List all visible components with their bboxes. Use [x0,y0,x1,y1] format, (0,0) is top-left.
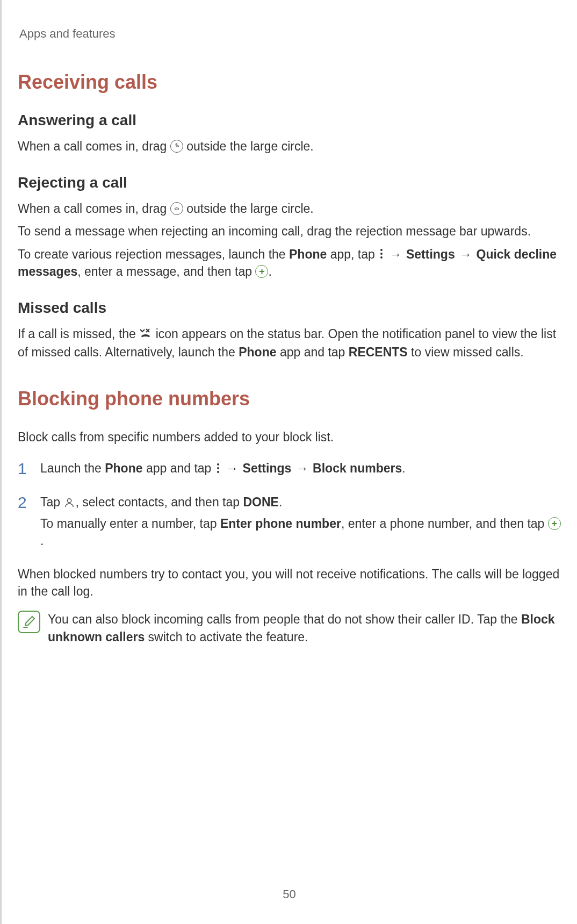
text: . [268,264,271,278]
blocking-after: When blocked numbers try to contact you,… [18,565,561,600]
note-icon [18,611,40,633]
subsection-rejecting: Rejecting a call [18,174,561,191]
more-options-icon [378,249,385,259]
block-numbers-label: Block numbers [313,461,402,475]
note-text: You can also block incoming calls from p… [48,611,561,645]
subsection-missed: Missed calls [18,299,561,317]
text: to view missed calls. [408,345,524,359]
step-2-p2: To manually enter a number, tap Enter ph… [40,515,561,549]
call-answer-icon [170,140,183,153]
phone-app-label: Phone [105,461,142,475]
settings-label: Settings [243,461,292,475]
text: Launch the [40,461,105,475]
step-2-p1: Tap , select contacts, and then tap DONE… [40,493,561,511]
contact-icon [63,496,75,507]
text: , enter a message, and then tap [77,264,255,278]
subsection-answering: Answering a call [18,112,561,129]
arrow-icon: → [295,461,309,475]
text: . [40,534,44,548]
text: , enter a phone number, and then tap [341,517,548,531]
enter-phone-number-label: Enter phone number [220,517,341,531]
section-blocking: Blocking phone numbers [18,388,561,410]
page-header: Apps and features [19,27,561,41]
missed-call-icon [139,325,152,342]
arrow-icon: → [388,247,403,261]
text: Tap [40,495,63,509]
phone-app-label: Phone [289,247,327,261]
recents-label: RECENTS [349,345,408,359]
settings-label: Settings [406,247,455,261]
text: To manually enter a number, tap [40,517,220,531]
missed-text: If a call is missed, the icon appears on… [18,325,561,361]
step-2: 2 Tap , select contacts, and then tap DO… [18,493,561,554]
text: You can also block incoming calls from p… [48,612,521,626]
svg-point-0 [68,499,71,503]
text: app, tap [327,247,378,261]
text: To create various rejection messages, la… [18,247,289,261]
text: outside the large circle. [183,139,314,153]
rejecting-p3: To create various rejection messages, la… [18,246,561,280]
text: app and tap [277,345,349,359]
text: If a call is missed, the [18,327,139,341]
step-1-text: Launch the Phone app and tap → Settings … [40,460,561,477]
text: outside the large circle. [183,202,314,216]
done-label: DONE [243,495,278,509]
rejecting-p2: To send a message when rejecting an inco… [18,223,561,240]
text: , select contacts, and then tap [75,495,243,509]
add-icon: + [548,517,561,530]
answering-text: When a call comes in, drag outside the l… [18,138,561,155]
phone-app-label: Phone [239,345,276,359]
text: . [402,461,405,475]
more-options-icon [215,463,221,473]
step-number: 2 [18,493,40,554]
rejecting-p1: When a call comes in, drag outside the l… [18,200,561,217]
step-number: 1 [18,460,40,481]
note-box: You can also block incoming calls from p… [18,611,561,645]
blocking-intro: Block calls from specific numbers added … [18,428,561,446]
arrow-icon: → [458,247,473,261]
section-receiving-calls: Receiving calls [18,71,561,94]
text: app and tap [143,461,215,475]
text: When a call comes in, drag [18,202,170,216]
text: . [279,495,282,509]
step-1: 1 Launch the Phone app and tap → Setting… [18,460,561,481]
add-icon: + [255,265,268,278]
arrow-icon: → [225,461,239,475]
call-reject-icon [170,202,183,215]
text: When a call comes in, drag [18,139,170,153]
page-number: 50 [283,887,295,901]
text: switch to activate the feature. [145,630,308,644]
